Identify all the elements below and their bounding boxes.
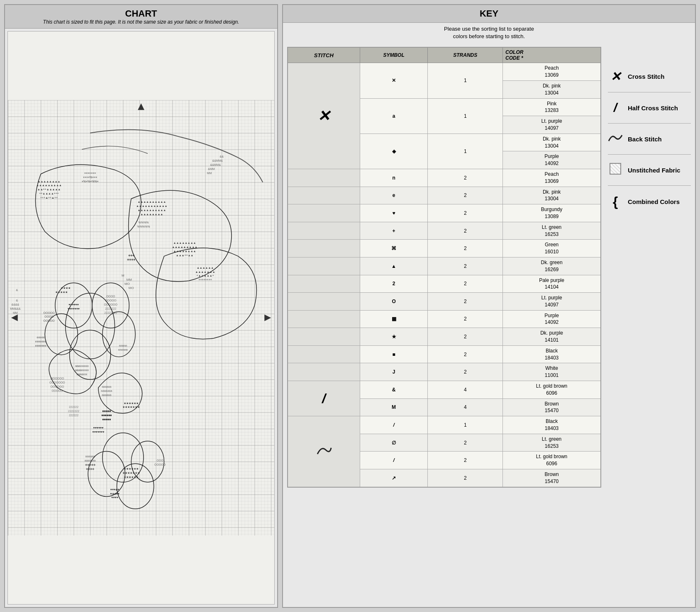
half-stitch-legend-icon: / [608,101,623,115]
back-stitch-legend-svg [608,132,623,143]
svg-text:◈◈◈◈: ◈◈◈◈ [86,467,95,470]
key-content: STITCH SYMBOL STRANDS COLORCODE * ✕ ✕ 1 … [283,43,695,607]
chart-image-area: ▲▲▲▲▲▲▲▲ ▲▲▲▲▲▲▲▲▲ ▲▲++▲▲▲▲▲ ++▲▲▲▲+++ +… [7,31,275,605]
strands-4a: 4 [428,381,503,399]
svg-text:××××%×××: ××××%××× [83,176,97,179]
svg-text:&&MM&: &&MM& [210,163,221,166]
symbol-slash2: / [360,452,428,469]
code-pink: Pink13283 [503,98,601,116]
svg-text:▲▲++▲▲▲▲▲: ▲▲++▲▲▲▲▲ [37,188,61,191]
strands-2j: 2 [428,328,503,346]
svg-text:22222222: 22222222 [104,311,117,314]
svg-text:nnnnn: nnnnn [119,344,127,347]
key-panel: KEY Please use the sorting list to separ… [282,4,696,608]
symbol-slash1: / [360,416,428,434]
half-stitch-icon: / [288,381,360,416]
strands-2d: 2 [428,222,503,240]
legend-divider-1 [608,92,691,92]
svg-text:♥♥♥♥: ♥♥♥♥ [111,496,118,499]
symbol-star: ★ [360,328,428,346]
col-color-code: COLORCODE * [503,47,601,63]
stitch-icon-empty5 [288,240,360,257]
symbol-square: ■ [360,345,428,363]
svg-text:OOOOOO: OOOOOO [104,303,118,306]
svg-text:aaaaaaa: aaaaaaa [85,459,96,462]
svg-text:▲▲▲▲▲▲▲▲▲: ▲▲▲▲▲▲▲▲▲ [36,184,62,187]
strands-2n: 2 [428,452,503,469]
back-stitch-legend-icon [608,132,623,146]
legend-unstitched: Unstitched Fabric [608,161,691,179]
symbol-J: J [360,363,428,381]
col-symbol: SYMBOL [360,47,428,63]
svg-text:■■■■■: ■■■■■ [102,418,111,421]
svg-text:OOO: OOO [156,459,163,462]
symbol-grid: ▩ [360,310,428,328]
stitch-icon-empty3 [288,204,360,222]
strands-1a: 1 [428,63,503,98]
svg-text:OOOOO: OOOOO [44,311,55,314]
svg-text:MM: MM [207,172,212,175]
table-row: O 2 Lt. purple14097 [288,293,601,311]
key-header: KEY [283,5,695,23]
stitch-icon-empty12 [288,363,360,381]
svg-text:♥♥♥◈♥: ♥♥♥◈♥ [110,488,119,491]
legend-cross-stitch: ✕ Cross Stitch [608,68,691,85]
svg-text:222222: 222222 [69,414,78,417]
svg-text:▲▲▲▲▲▲▲▲: ▲▲▲▲▲▲▲▲ [173,241,196,244]
cross-stitch-legend-label: Cross Stitch [628,73,664,80]
stitch-icon-empty6 [288,257,360,275]
stitch-icon-empty8 [288,293,360,311]
legend-divider-3 [608,154,691,155]
svg-text:▲▲▲▲▲▲▲▲▲▲: ▲▲▲▲▲▲▲▲▲▲ [138,209,166,211]
table-row: ■ 2 Black18403 [288,345,601,363]
svg-text:▲▲▲▲▲▲: ▲▲▲▲▲▲ [197,266,214,269]
svg-text:%%%%%: %%%%% [137,225,150,228]
symbol-plus: + [360,222,428,240]
code-brown2: Brown15470 [503,469,601,487]
code-white: White11001 [503,363,601,381]
svg-text:++▲▲▲▲+++: ++▲▲▲▲+++ [39,192,59,195]
svg-text:aaaaaa: aaaaaa [102,393,111,396]
strands-1d: 1 [428,416,503,434]
table-row: n 2 Peach13069 [288,169,601,187]
svg-text:MM: MM [127,278,132,282]
code-black1: Black18403 [503,345,601,363]
strands-2i: 2 [428,310,503,328]
code-ltgreen2: Lt. green16253 [503,434,601,452]
stitch-icon-empty4 [288,222,360,240]
code-ltpurple1: Lt. purple14097 [503,116,601,134]
stitch-icon-empty11 [288,345,360,363]
table-row: 2 2 Pale purple14104 [288,275,601,293]
svg-text:×%×%×%%×: ×%×%×%%× [82,180,99,183]
col-strands: STRANDS [428,47,503,63]
unstitched-legend-icon [608,163,623,177]
strands-2g: 2 [428,275,503,293]
key-table-section: STITCH SYMBOL STRANDS COLORCODE * ✕ ✕ 1 … [287,47,601,603]
svg-text:&&&&: &&&& [12,303,20,306]
unstitched-legend-label: Unstitched Fabric [628,167,680,174]
chart-title: CHART [7,8,276,19]
code-purple2: Purple14092 [503,310,601,328]
stitch-icon-empty2 [288,187,360,204]
svg-text:eeeee: eeeee [37,336,45,339]
legend-divider-2 [608,123,691,124]
table-row: J 2 White11001 [288,363,601,381]
svg-text:▲▲▲++▲▲: ▲▲▲++▲▲ [176,254,193,257]
svg-text:♥♥♥♥♥♥♥: ♥♥♥♥♥♥♥ [93,430,105,433]
svg-text:aaaaxxx: aaaaxxx [76,373,87,376]
strands-2e: 2 [428,240,503,257]
legend-section: ✕ Cross Stitch / Half Cross Stitch Back … [608,47,691,603]
svg-text:★★★★★★: ★★★★★★ [124,467,139,470]
symbol-diamond: ◈ [360,134,428,169]
symbol-2: 2 [360,275,428,293]
symbol-M: M [360,398,428,416]
legend-combined: { Combined Colors [608,192,691,211]
strands-4b: 4 [428,398,503,416]
svg-text:+++▲++▲++: +++▲++▲++ [40,196,58,199]
svg-text:&MM: &MM [208,168,215,170]
chart-panel: CHART This chart is sized to fit this pa… [4,4,278,608]
svg-text:eeeeeee: eeeeeee [35,344,46,347]
strands-1b: 1 [428,98,503,134]
symbol-slashO: ∅ [360,434,428,452]
symbol-e: e [360,187,428,204]
